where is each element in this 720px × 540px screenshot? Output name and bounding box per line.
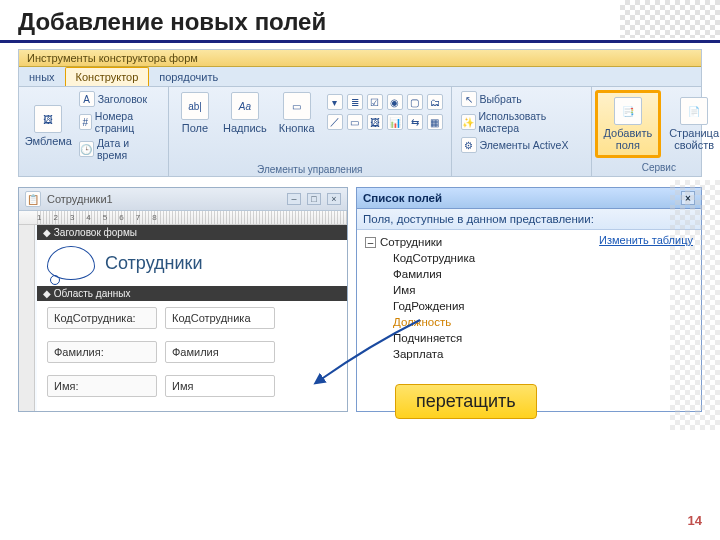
field-bound[interactable]: КодСотрудника — [165, 307, 275, 329]
slide-title: Добавление новых полей — [0, 0, 720, 43]
ribbon-btn-pagenum[interactable]: #Номера страниц — [76, 109, 162, 135]
header-icon: A — [79, 91, 95, 107]
field-list-item[interactable]: КодСотрудника — [393, 250, 693, 266]
ribbon-btn-activex[interactable]: ⚙Элементы ActiveX — [458, 136, 585, 154]
field-list-item[interactable]: Подчиняется — [393, 330, 693, 346]
field-list-item[interactable]: Должность — [393, 314, 693, 330]
minimize-button[interactable]: – — [287, 193, 301, 205]
label-icon: Aa — [231, 92, 259, 120]
propsheet-icon: 📄 — [680, 97, 708, 125]
field-label[interactable]: Имя: — [47, 375, 157, 397]
ribbon-group-controls-label: Элементы управления — [175, 162, 445, 175]
datetime-icon: 🕒 — [79, 141, 94, 157]
section-detail-bar[interactable]: ◆ Область данных — [37, 286, 347, 301]
rect-icon[interactable]: ▭ — [347, 114, 363, 130]
combo-icon[interactable]: ▾ — [327, 94, 343, 110]
page-number: 14 — [688, 513, 702, 528]
field-bound[interactable]: Имя — [165, 375, 275, 397]
field-list-item[interactable]: Зарплата — [393, 346, 693, 362]
form-window-titlebar[interactable]: 📋 Сотрудники1 – □ × — [19, 188, 347, 211]
textbox-icon: ab| — [181, 92, 209, 120]
ribbon-btn-field[interactable]: ab| Поле — [175, 90, 215, 136]
ribbon-btn-header[interactable]: AЗаголовок — [76, 90, 162, 108]
ribbon-tab-constructor[interactable]: Конструктор — [65, 67, 150, 86]
form-field-row[interactable]: Фамилия:Фамилия — [37, 335, 347, 369]
form-designer-window: 📋 Сотрудники1 – □ × 12345678 ◆ Заголовок… — [18, 187, 348, 412]
addfields-icon: 📑 — [614, 97, 642, 125]
field-list-subtitle: Поля, доступные в данном представлении: — [357, 209, 701, 230]
ribbon-btn-addfields[interactable]: 📑 Добавить поля — [600, 95, 657, 153]
section-header-bar[interactable]: ◆ Заголовок формы — [37, 225, 347, 240]
pointer-icon: ↖ — [461, 91, 477, 107]
ribbon-btn-label[interactable]: Aa Надпись — [219, 90, 271, 136]
ribbon-btn-select[interactable]: ↖Выбрать — [458, 90, 585, 108]
line-icon[interactable]: ／ — [327, 114, 343, 130]
form-field-row[interactable]: КодСотрудника:КодСотрудника — [37, 301, 347, 335]
ribbon-btn-addfields-highlight: 📑 Добавить поля — [595, 90, 662, 158]
maximize-button[interactable]: □ — [307, 193, 321, 205]
form-header-area[interactable]: Сотрудники — [37, 240, 347, 286]
field-label[interactable]: Фамилия: — [47, 341, 157, 363]
field-list-table-name: Сотрудники — [380, 236, 442, 248]
chart-icon[interactable]: 📊 — [387, 114, 403, 130]
ribbon-btn-button[interactable]: ▭ Кнопка — [275, 90, 319, 136]
field-list-item[interactable]: Имя — [393, 282, 693, 298]
tree-collapse-icon[interactable]: – — [365, 237, 376, 248]
form-window-title: Сотрудники1 — [47, 193, 113, 205]
sub-icon[interactable]: ▦ — [427, 114, 443, 130]
vertical-ruler — [19, 225, 35, 411]
field-list-titlebar[interactable]: Список полей × — [357, 188, 701, 209]
field-label[interactable]: КодСотрудника: — [47, 307, 157, 329]
thought-bubble-icon — [47, 246, 95, 280]
tab-icon[interactable]: 🗂 — [427, 94, 443, 110]
ribbon-tab-arrange[interactable]: порядочить — [149, 68, 228, 86]
ribbon-btn-datetime[interactable]: 🕒Дата и время — [76, 136, 162, 162]
ribbon-tab-fragment[interactable]: нных — [19, 68, 65, 86]
ribbon-btn-emblem[interactable]: 🖼 Эмблема — [25, 103, 72, 149]
button-icon: ▭ — [283, 92, 311, 120]
field-list-item[interactable]: ГодРождения — [393, 298, 693, 314]
ribbon: Инструменты конструктора форм нных Конст… — [18, 49, 702, 177]
form-field-row[interactable]: Имя:Имя — [37, 369, 347, 403]
field-list-title: Список полей — [363, 192, 442, 204]
option-icon[interactable]: ◉ — [387, 94, 403, 110]
ribbon-btn-wizard[interactable]: ✨Использовать мастера — [458, 109, 585, 135]
form-icon: 📋 — [25, 191, 41, 207]
drag-arrow — [310, 315, 430, 395]
horizontal-ruler: 12345678 — [19, 211, 347, 225]
toggle-icon[interactable]: ⇆ — [407, 114, 423, 130]
ribbon-btn-label: Эмблема — [25, 135, 72, 147]
form-title-label: Сотрудники — [105, 253, 203, 274]
ribbon-group-tools-label: Сервис — [595, 160, 720, 173]
frame-icon[interactable]: ▢ — [407, 94, 423, 110]
check-icon[interactable]: ☑ — [367, 94, 383, 110]
drag-callout: перетащить — [395, 384, 537, 419]
ribbon-btn-propsheet[interactable]: 📄 Страница свойств — [665, 95, 720, 153]
field-list-item[interactable]: Фамилия — [393, 266, 693, 282]
wand-icon: ✨ — [461, 114, 476, 130]
image-icon[interactable]: 🖼 — [367, 114, 383, 130]
activex-icon: ⚙ — [461, 137, 477, 153]
list-icon[interactable]: ≣ — [347, 94, 363, 110]
close-button[interactable]: × — [327, 193, 341, 205]
emblem-icon: 🖼 — [34, 105, 62, 133]
pagenum-icon: # — [79, 114, 92, 130]
edit-table-link[interactable]: Изменить таблицу — [599, 234, 693, 246]
field-bound[interactable]: Фамилия — [165, 341, 275, 363]
ribbon-context-tab: Инструменты конструктора форм — [19, 50, 701, 67]
